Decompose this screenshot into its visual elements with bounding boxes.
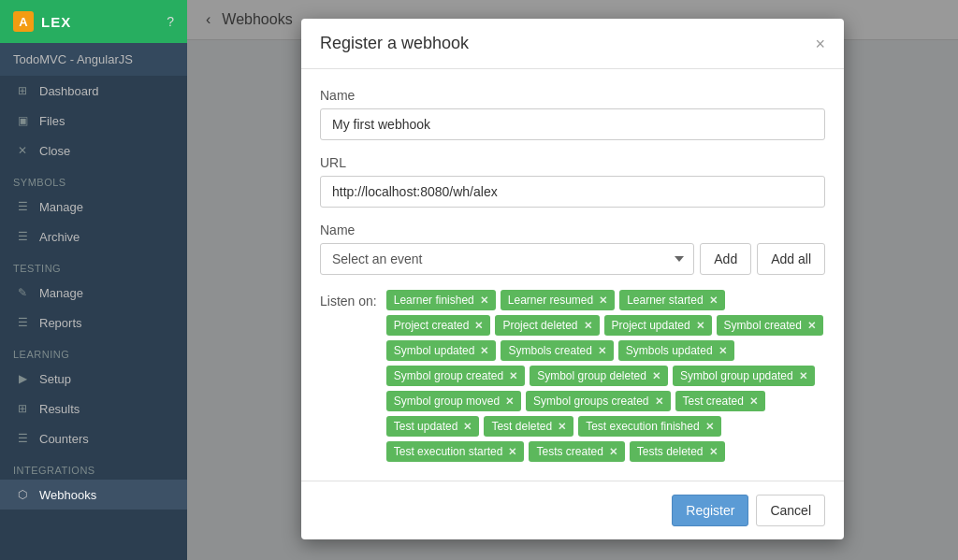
- tag-label: Test execution started: [394, 445, 503, 458]
- event-label: Name: [320, 223, 825, 237]
- tag-remove-button[interactable]: ✕: [463, 421, 472, 433]
- tag-label: Symbol group created: [394, 369, 503, 382]
- list-item: Learner finished✕: [386, 290, 496, 310]
- tag-remove-button[interactable]: ✕: [709, 446, 718, 458]
- modal-close-button[interactable]: ×: [815, 36, 825, 52]
- sidebar-item-close[interactable]: ✕ Close: [0, 136, 187, 165]
- tag-label: Symbol group updated: [680, 369, 793, 382]
- tag-remove-button[interactable]: ✕: [480, 345, 488, 357]
- sidebar-label-results: Results: [39, 402, 80, 416]
- sidebar-item-results[interactable]: ⊞ Results: [0, 394, 187, 424]
- sidebar-label-dashboard: Dashboard: [39, 84, 99, 98]
- tag-remove-button[interactable]: ✕: [705, 421, 714, 433]
- list-item: Symbols updated✕: [618, 340, 734, 361]
- sidebar: A LEX ? TodoMVC - AngularJS ⊞ Dashboard …: [0, 0, 187, 560]
- sidebar-item-dashboard[interactable]: ⊞ Dashboard: [0, 76, 187, 106]
- tag-label: Project deleted: [502, 319, 577, 332]
- manage-testing-icon: ✎: [15, 285, 30, 300]
- list-item: Symbol groups created✕: [526, 391, 670, 411]
- manage-symbols-icon: ☰: [15, 199, 30, 214]
- list-item: Project updated✕: [604, 315, 712, 336]
- tag-label: Learner finished: [394, 294, 474, 307]
- tag-remove-button[interactable]: ✕: [509, 370, 517, 382]
- tag-label: Symbol group deleted: [537, 369, 646, 382]
- listen-on-section: Listen on: Learner finished✕Learner resu…: [320, 290, 825, 462]
- tag-remove-button[interactable]: ✕: [609, 446, 617, 458]
- list-item: Test execution finished✕: [578, 416, 720, 437]
- tag-remove-button[interactable]: ✕: [718, 345, 727, 357]
- tag-label: Project updated: [612, 319, 690, 332]
- main-area: ‹ Webhooks Register a webhook × Name URL: [187, 0, 958, 560]
- name-input[interactable]: [320, 108, 825, 140]
- list-item: Symbol group updated✕: [673, 366, 815, 386]
- section-learning: Learning: [0, 337, 187, 364]
- tag-remove-button[interactable]: ✕: [505, 395, 514, 408]
- section-integrations: Integrations: [0, 453, 187, 480]
- tag-remove-button[interactable]: ✕: [474, 320, 483, 332]
- event-select[interactable]: Select an event: [320, 243, 694, 275]
- tag-remove-button[interactable]: ✕: [709, 294, 718, 307]
- section-testing: Testing: [0, 251, 187, 278]
- tag-remove-button[interactable]: ✕: [749, 395, 758, 408]
- setup-icon: ▶: [15, 371, 30, 386]
- sidebar-item-reports[interactable]: ☰ Reports: [0, 308, 187, 337]
- tag-remove-button[interactable]: ✕: [652, 370, 660, 382]
- sidebar-label-manage-symbols: Manage: [39, 200, 83, 214]
- tag-remove-button[interactable]: ✕: [655, 395, 663, 408]
- tag-remove-button[interactable]: ✕: [584, 320, 592, 332]
- tag-remove-button[interactable]: ✕: [696, 320, 704, 332]
- tag-remove-button[interactable]: ✕: [807, 320, 816, 332]
- sidebar-label-reports: Reports: [39, 316, 82, 330]
- url-field-group: URL: [320, 155, 825, 208]
- sidebar-item-manage-testing[interactable]: ✎ Manage: [0, 278, 187, 308]
- tag-label: Tests deleted: [637, 445, 704, 458]
- sidebar-item-setup[interactable]: ▶ Setup: [0, 364, 187, 394]
- list-item: Project created✕: [386, 315, 491, 336]
- list-item: Symbol group moved✕: [386, 391, 521, 411]
- sidebar-item-counters[interactable]: ☰ Counters: [0, 424, 187, 453]
- tag-remove-button[interactable]: ✕: [558, 421, 566, 433]
- list-item: Tests deleted✕: [630, 441, 725, 462]
- tag-label: Test deleted: [491, 420, 552, 433]
- event-selector-row: Select an event Add Add all: [320, 243, 825, 275]
- name-field-group: Name: [320, 88, 825, 140]
- help-icon[interactable]: ?: [167, 14, 174, 29]
- app-name: LEX: [41, 14, 71, 30]
- sidebar-label-webhooks: Webhooks: [39, 488, 96, 502]
- name-label: Name: [320, 88, 825, 103]
- register-button[interactable]: Register: [672, 495, 748, 526]
- tag-remove-button[interactable]: ✕: [799, 370, 807, 382]
- sidebar-label-archive: Archive: [39, 230, 80, 244]
- counters-icon: ☰: [15, 431, 30, 446]
- list-item: Symbol updated✕: [386, 340, 497, 361]
- tag-remove-button[interactable]: ✕: [480, 294, 488, 307]
- webhooks-icon: ⬡: [15, 487, 30, 502]
- tag-remove-button[interactable]: ✕: [598, 345, 606, 357]
- cancel-button[interactable]: Cancel: [756, 495, 825, 526]
- webhook-modal: Register a webhook × Name URL Name: [301, 19, 844, 539]
- tag-remove-button[interactable]: ✕: [599, 294, 607, 307]
- list-item: Symbol group created✕: [386, 366, 525, 386]
- sidebar-item-archive[interactable]: ☰ Archive: [0, 222, 187, 251]
- url-input[interactable]: [320, 176, 825, 208]
- sidebar-label-close: Close: [39, 144, 70, 158]
- sidebar-label-setup: Setup: [39, 372, 71, 386]
- tag-label: Project created: [394, 319, 470, 332]
- list-item: Tests created✕: [529, 441, 624, 462]
- tag-remove-button[interactable]: ✕: [508, 446, 516, 458]
- sidebar-item-webhooks[interactable]: ⬡ Webhooks: [0, 480, 187, 510]
- modal-body: Name URL Name Select an event Add: [301, 69, 844, 481]
- add-button[interactable]: Add: [700, 243, 751, 275]
- tag-label: Tests created: [536, 445, 602, 458]
- add-all-button[interactable]: Add all: [757, 243, 825, 275]
- list-item: Symbol group deleted✕: [530, 366, 668, 386]
- sidebar-item-files[interactable]: ▣ Files: [0, 106, 187, 136]
- modal-overlay: Register a webhook × Name URL Name: [187, 0, 958, 560]
- tag-label: Learner started: [627, 294, 703, 307]
- sidebar-label-manage-testing: Manage: [39, 286, 83, 300]
- tag-label: Symbols updated: [626, 344, 713, 357]
- tag-label: Symbols created: [508, 344, 591, 357]
- listen-on-label: Listen on:: [320, 294, 377, 309]
- tag-label: Symbol groups created: [533, 395, 648, 408]
- sidebar-item-manage-symbols[interactable]: ☰ Manage: [0, 192, 187, 222]
